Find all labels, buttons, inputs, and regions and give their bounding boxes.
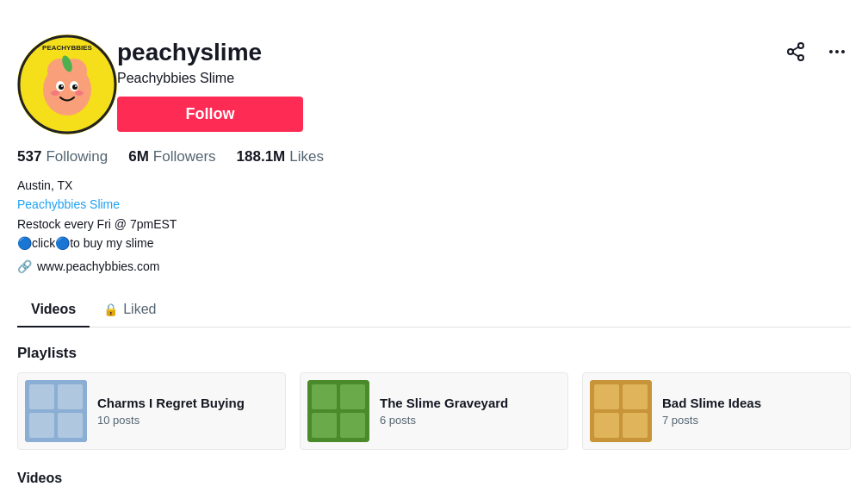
followers-stat[interactable]: 6M Followers bbox=[128, 148, 215, 165]
profile-header: PEACHYBBIES bbox=[17, 17, 851, 327]
playlist-thumb-2 bbox=[307, 380, 369, 442]
bio-location: Austin, TX bbox=[17, 176, 851, 195]
profile-bio: Austin, TX Peachybbies Slime Restock eve… bbox=[17, 176, 851, 276]
playlist-card-2[interactable]: The Slime Graveyard 6 posts bbox=[300, 372, 568, 450]
profile-tabs: Videos 🔒 Liked bbox=[17, 293, 851, 327]
playlists-grid: Charms I Regret Buying 10 posts The Slim… bbox=[17, 372, 851, 450]
svg-rect-25 bbox=[312, 413, 337, 438]
share-svg bbox=[785, 41, 806, 62]
bio-link1[interactable]: Peachybbies Slime bbox=[17, 195, 851, 214]
bio-website[interactable]: 🔗 www.peachybbies.com bbox=[17, 257, 851, 276]
svg-rect-18 bbox=[29, 384, 54, 409]
avatar: PEACHYBBIES bbox=[17, 34, 117, 134]
playlist-info-2: The Slime Graveyard 6 posts bbox=[380, 396, 561, 427]
svg-rect-21 bbox=[58, 413, 83, 438]
svg-rect-26 bbox=[340, 413, 365, 438]
following-stat[interactable]: 537 Following bbox=[17, 148, 108, 165]
playlist-card-3[interactable]: Bad Slime Ideas 7 posts bbox=[582, 372, 851, 450]
playlist-count-3: 7 posts bbox=[662, 414, 843, 427]
svg-rect-20 bbox=[29, 413, 54, 438]
profile-stats: 537 Following 6M Followers 188.1M Likes bbox=[17, 148, 851, 165]
playlist-thumb-svg-2 bbox=[307, 380, 369, 442]
share-icon[interactable] bbox=[782, 38, 809, 65]
following-count: 537 bbox=[17, 148, 41, 165]
tab-videos[interactable]: Videos bbox=[17, 293, 90, 327]
lock-icon: 🔒 bbox=[103, 303, 118, 316]
link-icon: 🔗 bbox=[17, 257, 32, 276]
svg-point-7 bbox=[59, 84, 64, 90]
svg-point-15 bbox=[835, 50, 839, 53]
bio-cta: 🔵click🔵to buy my slime bbox=[17, 234, 851, 253]
svg-point-16 bbox=[841, 50, 845, 53]
playlist-thumb-svg-3 bbox=[590, 380, 652, 442]
likes-count: 188.1M bbox=[237, 148, 286, 165]
svg-rect-31 bbox=[623, 413, 648, 438]
avatar-container: PEACHYBBIES bbox=[17, 34, 117, 134]
svg-point-10 bbox=[75, 85, 77, 87]
display-name: Peachybbies Slime bbox=[117, 71, 782, 86]
following-label: Following bbox=[46, 148, 108, 165]
svg-rect-23 bbox=[312, 384, 337, 409]
page-container: PEACHYBBIES bbox=[0, 0, 868, 493]
playlist-thumb-svg-1 bbox=[25, 380, 87, 442]
svg-point-8 bbox=[72, 84, 78, 90]
followers-count: 6M bbox=[128, 148, 149, 165]
follow-button[interactable]: Follow bbox=[117, 97, 303, 132]
playlist-info-1: Charms I Regret Buying 10 posts bbox=[97, 396, 278, 427]
more-options-icon[interactable] bbox=[823, 38, 851, 65]
likes-label: Likes bbox=[289, 148, 324, 165]
website-url: www.peachybbies.com bbox=[37, 257, 159, 276]
tab-liked[interactable]: 🔒 Liked bbox=[90, 293, 170, 327]
followers-label: Followers bbox=[153, 148, 216, 165]
bio-restock: Restock every Fri @ 7pmEST bbox=[17, 215, 851, 234]
more-svg bbox=[827, 41, 847, 62]
svg-text:PEACHYBBIES: PEACHYBBIES bbox=[42, 44, 92, 52]
profile-info: peachyslime Peachybbies Slime Follow bbox=[117, 34, 782, 132]
videos-section-heading: Videos bbox=[17, 471, 851, 493]
playlist-title-2: The Slime Graveyard bbox=[380, 396, 561, 410]
svg-rect-19 bbox=[58, 384, 83, 409]
tab-videos-label: Videos bbox=[31, 302, 76, 317]
playlists-section-title: Playlists bbox=[17, 345, 851, 362]
playlist-info-3: Bad Slime Ideas 7 posts bbox=[662, 396, 843, 427]
header-actions bbox=[782, 34, 851, 65]
playlist-card-1[interactable]: Charms I Regret Buying 10 posts bbox=[17, 372, 286, 450]
svg-point-12 bbox=[75, 90, 84, 96]
playlist-count-1: 10 posts bbox=[97, 414, 278, 427]
svg-rect-30 bbox=[594, 413, 619, 438]
playlist-title-3: Bad Slime Ideas bbox=[662, 396, 843, 410]
likes-stat[interactable]: 188.1M Likes bbox=[237, 148, 324, 165]
playlist-count-2: 6 posts bbox=[380, 414, 561, 427]
playlist-thumb-3 bbox=[590, 380, 652, 442]
tab-liked-label: Liked bbox=[123, 302, 156, 317]
svg-rect-29 bbox=[623, 384, 648, 409]
svg-point-11 bbox=[51, 90, 59, 96]
username: peachyslime bbox=[117, 38, 782, 67]
avatar-svg: PEACHYBBIES bbox=[17, 34, 117, 134]
profile-top-row: PEACHYBBIES bbox=[17, 34, 851, 134]
playlist-thumb-1 bbox=[25, 380, 87, 442]
svg-rect-24 bbox=[340, 384, 365, 409]
playlist-title-1: Charms I Regret Buying bbox=[97, 396, 278, 410]
svg-rect-28 bbox=[594, 384, 619, 409]
svg-point-14 bbox=[829, 50, 833, 53]
svg-point-9 bbox=[61, 85, 63, 87]
